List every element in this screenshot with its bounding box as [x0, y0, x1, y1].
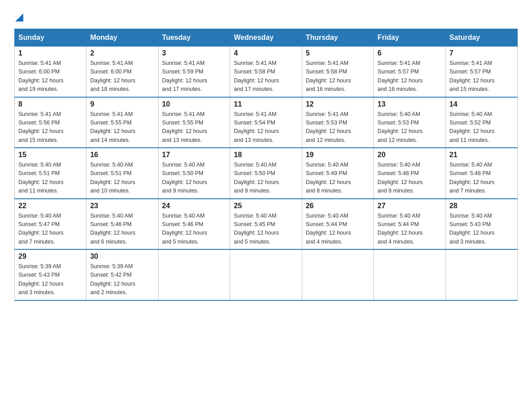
day-number: 22: [18, 202, 82, 210]
day-info: Sunrise: 5:41 AMSunset: 5:59 PMDaylight:…: [162, 59, 226, 94]
calendar-cell: 4Sunrise: 5:41 AMSunset: 5:58 PMDaylight…: [230, 47, 302, 97]
day-info: Sunrise: 5:41 AMSunset: 5:56 PMDaylight:…: [18, 110, 82, 145]
day-number: 2: [90, 49, 154, 57]
calendar-cell: 16Sunrise: 5:40 AMSunset: 5:51 PMDayligh…: [86, 148, 158, 199]
day-number: 24: [162, 202, 226, 210]
calendar-cell: 24Sunrise: 5:40 AMSunset: 5:46 PMDayligh…: [158, 199, 230, 250]
day-number: 13: [378, 100, 442, 108]
day-number: 10: [162, 100, 226, 108]
calendar-week-row: 1Sunrise: 5:41 AMSunset: 6:00 PMDaylight…: [15, 47, 518, 97]
calendar-cell: 15Sunrise: 5:40 AMSunset: 5:51 PMDayligh…: [15, 148, 86, 199]
day-info: Sunrise: 5:41 AMSunset: 5:55 PMDaylight:…: [90, 110, 154, 145]
day-number: 8: [18, 100, 82, 108]
day-info: Sunrise: 5:40 AMSunset: 5:43 PMDaylight:…: [450, 212, 514, 247]
day-info: Sunrise: 5:40 AMSunset: 5:51 PMDaylight:…: [90, 161, 154, 196]
calendar-cell: [230, 249, 302, 300]
calendar-cell: 10Sunrise: 5:41 AMSunset: 5:55 PMDayligh…: [158, 97, 230, 148]
day-number: 4: [234, 49, 298, 57]
day-info: Sunrise: 5:40 AMSunset: 5:48 PMDaylight:…: [378, 161, 442, 196]
calendar-cell: [302, 249, 373, 300]
day-info: Sunrise: 5:40 AMSunset: 5:49 PMDaylight:…: [306, 161, 370, 196]
calendar-cell: 13Sunrise: 5:40 AMSunset: 5:53 PMDayligh…: [374, 97, 446, 148]
day-number: 30: [90, 253, 154, 261]
day-number: 16: [90, 151, 154, 159]
calendar-cell: 14Sunrise: 5:40 AMSunset: 5:52 PMDayligh…: [446, 97, 517, 148]
svg-marker-0: [15, 13, 23, 21]
calendar-cell: 9Sunrise: 5:41 AMSunset: 5:55 PMDaylight…: [86, 97, 158, 148]
page-header: [14, 11, 518, 21]
day-info: Sunrise: 5:40 AMSunset: 5:46 PMDaylight:…: [162, 212, 226, 247]
calendar-cell: 2Sunrise: 5:41 AMSunset: 6:00 PMDaylight…: [86, 47, 158, 97]
calendar-week-row: 29Sunrise: 5:39 AMSunset: 5:43 PMDayligh…: [15, 249, 518, 300]
day-number: 6: [378, 49, 442, 57]
calendar-cell: 26Sunrise: 5:40 AMSunset: 5:44 PMDayligh…: [302, 199, 373, 250]
day-info: Sunrise: 5:41 AMSunset: 5:55 PMDaylight:…: [162, 110, 226, 145]
day-number: 26: [306, 202, 370, 210]
day-info: Sunrise: 5:40 AMSunset: 5:50 PMDaylight:…: [234, 161, 298, 196]
calendar-header-row: SundayMondayTuesdayWednesdayThursdayFrid…: [15, 29, 518, 47]
weekday-header: Monday: [86, 29, 158, 47]
calendar-cell: [446, 249, 517, 300]
day-info: Sunrise: 5:41 AMSunset: 5:57 PMDaylight:…: [378, 59, 442, 94]
calendar-cell: 5Sunrise: 5:41 AMSunset: 5:58 PMDaylight…: [302, 47, 373, 97]
day-info: Sunrise: 5:39 AMSunset: 5:43 PMDaylight:…: [18, 262, 82, 297]
day-number: 19: [306, 151, 370, 159]
day-info: Sunrise: 5:41 AMSunset: 5:58 PMDaylight:…: [234, 59, 298, 94]
calendar-cell: 3Sunrise: 5:41 AMSunset: 5:59 PMDaylight…: [158, 47, 230, 97]
day-number: 21: [450, 151, 514, 159]
day-number: 1: [18, 49, 82, 57]
calendar-cell: 19Sunrise: 5:40 AMSunset: 5:49 PMDayligh…: [302, 148, 373, 199]
day-number: 29: [18, 253, 82, 261]
day-info: Sunrise: 5:40 AMSunset: 5:44 PMDaylight:…: [306, 212, 370, 247]
day-number: 15: [18, 151, 82, 159]
day-info: Sunrise: 5:40 AMSunset: 5:44 PMDaylight:…: [378, 212, 442, 247]
day-info: Sunrise: 5:41 AMSunset: 5:57 PMDaylight:…: [450, 59, 514, 94]
calendar-cell: 1Sunrise: 5:41 AMSunset: 6:00 PMDaylight…: [15, 47, 86, 97]
day-number: 18: [234, 151, 298, 159]
logo: [14, 13, 23, 21]
calendar-cell: 30Sunrise: 5:39 AMSunset: 5:42 PMDayligh…: [86, 249, 158, 300]
day-info: Sunrise: 5:40 AMSunset: 5:46 PMDaylight:…: [90, 212, 154, 247]
day-info: Sunrise: 5:40 AMSunset: 5:47 PMDaylight:…: [18, 212, 82, 247]
calendar-cell: 11Sunrise: 5:41 AMSunset: 5:54 PMDayligh…: [230, 97, 302, 148]
day-number: 14: [450, 100, 514, 108]
day-info: Sunrise: 5:40 AMSunset: 5:51 PMDaylight:…: [18, 161, 82, 196]
day-number: 23: [90, 202, 154, 210]
day-number: 27: [378, 202, 442, 210]
day-number: 20: [378, 151, 442, 159]
day-info: Sunrise: 5:39 AMSunset: 5:42 PMDaylight:…: [90, 262, 154, 297]
calendar-cell: 25Sunrise: 5:40 AMSunset: 5:45 PMDayligh…: [230, 199, 302, 250]
day-number: 7: [450, 49, 514, 57]
day-number: 3: [162, 49, 226, 57]
weekday-header: Thursday: [302, 29, 373, 47]
day-number: 11: [234, 100, 298, 108]
calendar-week-row: 22Sunrise: 5:40 AMSunset: 5:47 PMDayligh…: [15, 199, 518, 250]
calendar-cell: 20Sunrise: 5:40 AMSunset: 5:48 PMDayligh…: [374, 148, 446, 199]
calendar-cell: 6Sunrise: 5:41 AMSunset: 5:57 PMDaylight…: [374, 47, 446, 97]
calendar-cell: 28Sunrise: 5:40 AMSunset: 5:43 PMDayligh…: [446, 199, 517, 250]
day-number: 9: [90, 100, 154, 108]
calendar-cell: 23Sunrise: 5:40 AMSunset: 5:46 PMDayligh…: [86, 199, 158, 250]
calendar-cell: [374, 249, 446, 300]
calendar-cell: 18Sunrise: 5:40 AMSunset: 5:50 PMDayligh…: [230, 148, 302, 199]
day-number: 17: [162, 151, 226, 159]
calendar-cell: 8Sunrise: 5:41 AMSunset: 5:56 PMDaylight…: [15, 97, 86, 148]
weekday-header: Saturday: [446, 29, 517, 47]
calendar-table: SundayMondayTuesdayWednesdayThursdayFrid…: [14, 29, 518, 301]
day-number: 5: [306, 49, 370, 57]
day-number: 12: [306, 100, 370, 108]
calendar-cell: 21Sunrise: 5:40 AMSunset: 5:48 PMDayligh…: [446, 148, 517, 199]
weekday-header: Friday: [374, 29, 446, 47]
day-info: Sunrise: 5:40 AMSunset: 5:48 PMDaylight:…: [450, 161, 514, 196]
day-info: Sunrise: 5:40 AMSunset: 5:50 PMDaylight:…: [162, 161, 226, 196]
calendar-week-row: 15Sunrise: 5:40 AMSunset: 5:51 PMDayligh…: [15, 148, 518, 199]
day-info: Sunrise: 5:40 AMSunset: 5:52 PMDaylight:…: [450, 110, 514, 145]
calendar-cell: 29Sunrise: 5:39 AMSunset: 5:43 PMDayligh…: [15, 249, 86, 300]
day-info: Sunrise: 5:41 AMSunset: 6:00 PMDaylight:…: [18, 59, 82, 94]
day-number: 28: [450, 202, 514, 210]
weekday-header: Wednesday: [230, 29, 302, 47]
logo-triangle-icon: [15, 13, 23, 21]
calendar-cell: [158, 249, 230, 300]
day-info: Sunrise: 5:41 AMSunset: 5:54 PMDaylight:…: [234, 110, 298, 145]
calendar-cell: 12Sunrise: 5:41 AMSunset: 5:53 PMDayligh…: [302, 97, 373, 148]
